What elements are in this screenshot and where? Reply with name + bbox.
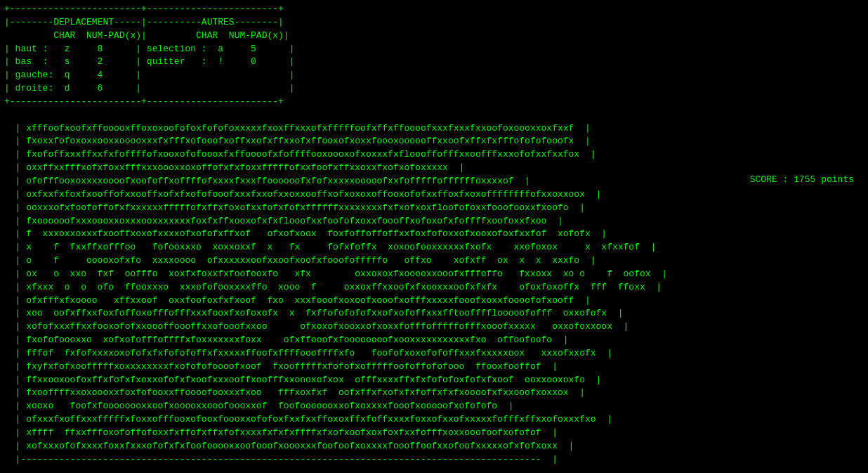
game-row-21: | fxooffffxxoxoooxxfoxfofooxxffoooofooxx… xyxy=(0,387,868,400)
row-droite: | droite: d 6 | | xyxy=(0,82,868,96)
game-row-10: | x f fxxffxofffoo fofooxxxo xoxxoxxf x … xyxy=(0,241,868,254)
terminal: +------------------------+--------------… xyxy=(0,0,868,473)
header-cols: CHAR NUM-PAD(x)| CHAR NUM-PAD(x)| xyxy=(0,30,868,43)
game-row-14: | ofxfffxfxoooo xffxxoof oxxfoofoxfxfxoo… xyxy=(0,294,868,308)
game-row-20: | ffxxooxoofoxffxfofxfxoxxofofxfxoofxxxo… xyxy=(0,374,868,387)
row-gauche: | gauche: q 4 | | xyxy=(0,69,868,82)
game-row-8: | fxoooooofxxxoooxxoxxxooxxxxxxxfoxfxffx… xyxy=(0,215,868,228)
score-display: SCORE : 1755 points xyxy=(728,160,854,200)
blank-line xyxy=(0,109,868,122)
row-haut: | haut : z 8 | selection : a 5 | xyxy=(0,43,868,56)
game-row-24: | xffff ffxxfffoxofoffofoxxfxffofxffxfof… xyxy=(0,427,868,440)
border-bottom: |---------------------------------------… xyxy=(0,453,868,467)
game-row-11: | o f ooooxofxfo xxxxoooo ofxxxxxxoofxxo… xyxy=(0,254,868,268)
game-row-16: | xofofxxxffxxfooxofofxxoooffoooffxxofoo… xyxy=(0,320,868,334)
border-bottom-header: +------------------------+--------------… xyxy=(0,96,868,109)
game-row-25: | xofxxxofofxxxxfoxxfxxxofofxfxfoofoooox… xyxy=(0,440,868,453)
score-text: SCORE : 1755 points xyxy=(750,174,854,185)
game-row-17: | fxofofoooxxo xofxofofffoffffxfoxxxxxxx… xyxy=(0,334,868,347)
game-row-15: | xoo oofxffxxfoxfoffoxofffofffxxxfooxfx… xyxy=(0,307,868,320)
row-bas: | bas : s 2 | quitter : ! 0 | xyxy=(0,56,868,69)
game-row-22: | xooxo foofxfoooooooxxoofxooooxxooofooo… xyxy=(0,400,868,413)
game-row-19: | fxyfxfofxoofffffxoxxxxxxxxfxofofofoooo… xyxy=(0,361,868,374)
header-deplacement: |--------DEPLACEMENT-----|----------AUTR… xyxy=(0,16,868,30)
game-row-12: | ox o xxo fxf oofffo xoxfxfoxxfxfoofoox… xyxy=(0,268,868,281)
game-row-9: | f xxxoxxoxxxfxooffxoxofxxxxofxofofxffx… xyxy=(0,228,868,241)
border-top: +------------------------+--------------… xyxy=(0,3,868,16)
game-row-13: | xfxxx o o ofo ffooxxxo xxxofofooxxxxff… xyxy=(0,281,868,294)
game-row-18: | fffof fxfofxxxxoxofofxfxfofofoffxfxxxx… xyxy=(0,347,868,361)
game-row-1: | xfffoofxoofxffooooxffoxoxoofofoxfofofo… xyxy=(0,122,868,136)
game-row-23: | ofxxxfxoffxxxfffffxfoxxofffooxofooxfoo… xyxy=(0,413,868,427)
game-row-2: | fxoxxfofoxoxxooxxooooxxxfxfffxofooofxo… xyxy=(0,135,868,148)
game-row-7: | ooxxxofxfoofoffofxfxxxxxxfffffofxffxfo… xyxy=(0,202,868,215)
